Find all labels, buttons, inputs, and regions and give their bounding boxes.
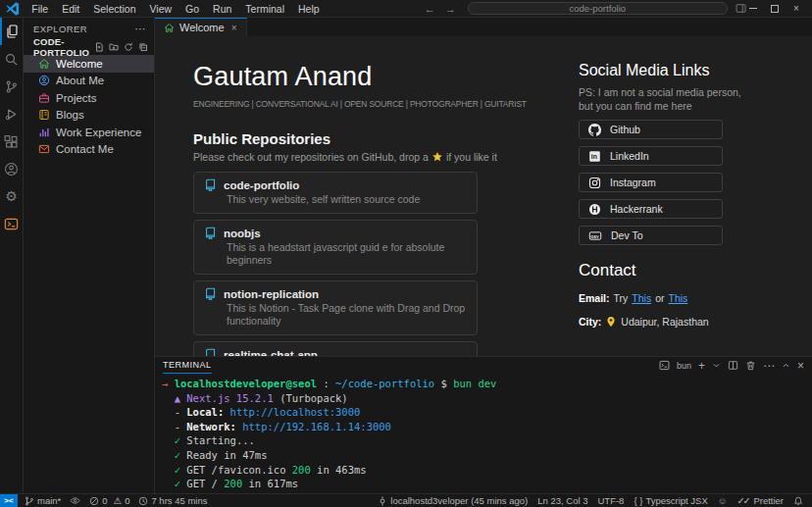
menu-help[interactable]: Help [291,3,327,15]
repo-card[interactable]: realtime-chat-app A realtime chat applic… [193,341,478,356]
source-control-icon[interactable] [0,73,23,100]
star-icon [431,151,443,163]
svg-text:DEV: DEV [591,233,599,238]
social-link-github[interactable]: Github [579,120,723,139]
sidebar-item-contact-me[interactable]: Contact Me [24,141,154,159]
terminal-icon [659,360,670,371]
terminal-line: - Network: http://192.168.1.14:3000 [162,420,812,434]
history-nav: ← → [425,3,456,15]
sidebar-item-label: Contact Me [56,143,114,155]
menu-view[interactable]: View [142,3,178,15]
panel-header: TERMINAL bun + ⋯ × [155,357,812,374]
minimize-button[interactable] [746,2,760,16]
repos-subtitle: Please check out my repositories on GitH… [193,151,478,163]
repo-card[interactable]: code-portfolio This very website, self w… [193,172,478,214]
close-button[interactable]: × [789,2,803,16]
braces-icon: { } [634,495,642,506]
email-label: Email: [579,292,610,304]
book-icon [38,109,50,121]
forward-arrow-icon[interactable]: → [445,3,456,15]
sidebar-item-work-experience[interactable]: Work Experience [24,124,154,141]
problems-status[interactable]: 0 ⚠ 0 [89,495,129,506]
remote-indicator-icon[interactable]: >< [0,494,18,507]
menu-go[interactable]: Go [178,3,206,15]
customize-layout-icon[interactable] [736,3,746,14]
gitlens-toggle[interactable] [70,495,80,506]
refresh-icon[interactable] [124,42,133,52]
repo-name: code-portfolio [224,179,299,191]
maximize-panel-icon[interactable] [782,361,790,370]
sidebar-item-about-me[interactable]: About Me [24,73,154,90]
menu-run[interactable]: Run [206,3,238,15]
panel-more-actions-icon[interactable]: ⋯ [763,359,775,373]
email-link-1[interactable]: This [632,292,651,304]
git-branch-status[interactable]: main* [25,495,61,506]
feedback-smiley-icon[interactable]: ☺ [718,495,728,506]
social-link-linkedin[interactable]: in LinkedIn [579,146,723,166]
repo-card[interactable]: notion-replication This is Notion - Task… [193,280,478,335]
back-arrow-icon[interactable]: ← [425,3,435,15]
vscode-logo-icon [6,2,21,16]
cursor-position[interactable]: Ln 23, Col 3 [537,495,587,506]
explorer-sidebar: EXPLORER ⋯ CODE-PORTFOLIO Welcome About … [24,18,155,493]
social-link-hackerrank[interactable]: Hackerrank [579,199,723,219]
window-controls: × [746,2,812,16]
repos-heading: Public Repositories [193,130,478,147]
instagram-icon [588,177,601,189]
language-mode[interactable]: { } Typescript JSX [634,495,707,506]
panel-tab-terminal[interactable]: TERMINAL [163,357,212,374]
accounts-icon[interactable] [0,155,23,182]
notifications-bell-icon[interactable] [793,496,803,506]
repo-description: This is Notion - Task Page clone with Dr… [204,302,466,328]
repo-card[interactable]: noobjs This is a headstart javascript gu… [193,220,478,275]
sidebar-item-welcome[interactable]: Welcome [24,55,154,73]
sidebar-item-projects[interactable]: Projects [24,89,154,107]
maximize-button[interactable] [768,2,782,16]
github-icon [588,124,601,136]
terminal-output[interactable]: → localhostdeveloper@seol : ~/code-portf… [155,374,812,493]
briefcase-icon [38,92,50,104]
search-icon[interactable] [0,45,23,73]
sidebar-item-blogs[interactable]: Blogs [24,107,154,125]
explorer-icon[interactable] [0,18,23,45]
terminal-dropdown-icon[interactable] [712,361,721,370]
formatter-status[interactable]: ✓✓ Prettier [736,495,784,506]
collapse-all-icon[interactable] [138,42,148,52]
menubar: File Edit Selection View Go Run Terminal… [25,3,326,15]
clock-icon [138,496,148,506]
settings-gear-icon[interactable]: ⚙ [0,182,23,210]
social-note: PS: I am not a social media person, but … [579,85,751,113]
menu-terminal[interactable]: Terminal [238,3,291,15]
social-link-label: Dev To [611,229,643,241]
terminal-extension-icon[interactable] [0,210,23,237]
extensions-icon[interactable] [0,127,23,155]
social-link-instagram[interactable]: Instagram [579,173,723,192]
new-terminal-icon[interactable]: + [698,360,705,372]
hackerrank-icon [588,203,601,216]
email-conjunction: or [655,292,664,304]
menu-edit[interactable]: Edit [55,3,86,15]
run-debug-icon[interactable] [0,100,23,127]
email-link-2[interactable]: This [668,292,687,304]
close-panel-icon[interactable]: × [797,359,804,373]
command-center-search[interactable]: code-portfolio [468,2,728,15]
social-link-devto[interactable]: DEV Dev To [579,226,723,245]
folder-name: CODE-PORTFOLIO [33,36,94,58]
person-icon [38,75,50,86]
split-terminal-icon[interactable] [728,360,738,371]
tab-close-icon[interactable]: × [231,23,237,33]
email-prefix: Try [614,292,629,304]
encoding-status[interactable]: UTF-8 [597,495,624,506]
new-folder-icon[interactable] [109,42,119,52]
wakatime-status[interactable]: 7 hrs 45 mins [138,495,207,506]
menu-selection[interactable]: Selection [86,3,142,15]
tab-welcome[interactable]: Welcome × [155,18,247,36]
menu-file[interactable]: File [25,3,55,15]
repo-name: noobjs [224,228,261,239]
git-blame-status[interactable]: localhostd3veloper (45 mins ago) [378,495,528,506]
explorer-more-actions-icon[interactable]: ⋯ [135,23,146,35]
error-icon [89,496,99,506]
folder-section-header[interactable]: CODE-PORTFOLIO [24,39,154,55]
kill-terminal-icon[interactable] [745,360,756,371]
new-file-icon[interactable] [94,42,104,52]
